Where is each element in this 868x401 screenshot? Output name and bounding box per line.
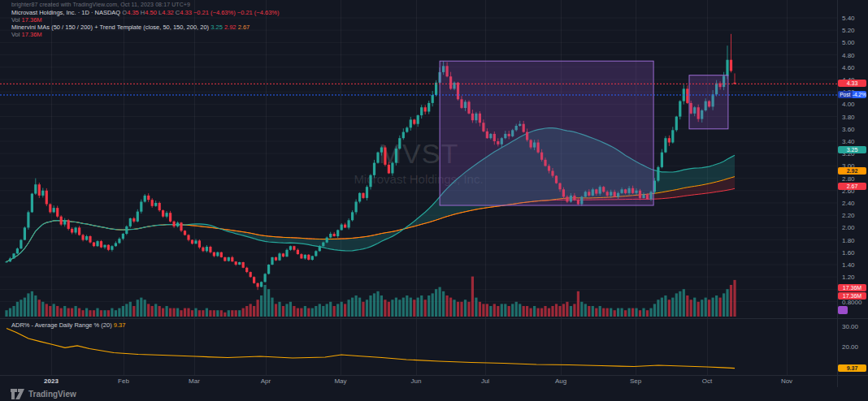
price-tick-label: 1.20 — [842, 274, 855, 281]
price-tick-label: 3.60 — [842, 126, 855, 133]
price-tick-label: 2.20 — [842, 212, 855, 219]
price-tick-label: 4.60 — [842, 64, 855, 71]
tradingview-logo-text: TradingView — [28, 390, 76, 399]
price-tick-label: 2.80 — [842, 175, 855, 183]
price-chart-canvas[interactable] — [0, 0, 868, 401]
price-tick-label: 1.40 — [842, 261, 855, 269]
axis-value-badge: 17.36M — [838, 292, 866, 300]
adr-line — [7, 329, 735, 369]
symbol-title[interactable]: Microvast Holdings, Inc. · 1D · NASDAQ — [11, 9, 120, 16]
price-tick-label: 2.40 — [842, 200, 855, 207]
price-tick-label: 1.80 — [842, 237, 855, 244]
price-tick-label: 1.60 — [842, 249, 855, 257]
time-tick-label: Mar — [189, 377, 200, 385]
price-tick-label: 5.00 — [842, 39, 855, 46]
time-tick-label: Jul — [481, 377, 489, 385]
chart-legend: Microvast Holdings, Inc. · 1D · NASDAQ O… — [11, 9, 279, 38]
symbol-legend-row[interactable]: Microvast Holdings, Inc. · 1D · NASDAQ O… — [11, 9, 279, 16]
change-value: −0.21 (−4.63%) — [193, 9, 236, 16]
axis-value-badge: 3.25 — [838, 146, 866, 153]
drawing-rectangle[interactable] — [689, 75, 728, 129]
close-value: 4.33 — [180, 9, 192, 16]
axis-value-badge: 9.37 — [838, 364, 866, 372]
time-tick-label: Jun — [411, 377, 422, 385]
axis-value-badge: 2.67 — [838, 183, 866, 190]
ma50-value: 3.25 — [210, 24, 223, 31]
time-axis-separator — [0, 375, 868, 376]
volume-legend-row[interactable]: Vol 17.36M — [11, 16, 279, 24]
ma200-value: 2.67 — [238, 24, 250, 31]
volume-value: 17.36M — [22, 16, 42, 24]
time-tick-label: Feb — [118, 377, 129, 385]
time-tick-label: Sep — [630, 377, 641, 385]
price-tick-label: 4.00 — [842, 101, 855, 108]
post-market-label: Post — [838, 91, 853, 98]
price-tick-label: 5.20 — [842, 27, 855, 34]
tradingview-chart-window: brighter87 created with TradingView.com,… — [0, 0, 868, 401]
tradingview-logo[interactable]: TradingView — [11, 389, 76, 399]
minervini-indicator-row[interactable]: Minervini MAs (50 / 150 / 200) + Trend T… — [11, 24, 279, 31]
post-market-badge: Post-4.2% — [838, 91, 866, 98]
open-value: 4.35 — [127, 9, 139, 16]
price-axis-separator — [837, 0, 838, 387]
drawing-rectangle[interactable] — [440, 61, 653, 205]
time-tick-label: Oct — [702, 377, 712, 385]
tradingview-logo-icon — [11, 389, 24, 399]
price-tick-label: 4.80 — [842, 52, 855, 59]
indicator-title[interactable]: Minervini MAs (50 / 150 / 200) + Trend T… — [11, 24, 209, 31]
price-tick-label: 3.80 — [842, 114, 855, 121]
time-tick-label: Aug — [555, 377, 566, 385]
volume-legend-row-2[interactable]: Vol 17.36M — [11, 31, 279, 38]
price-tick-label: 0.8000 — [842, 299, 861, 306]
volume-label: Vol — [11, 16, 20, 24]
ma150-value: 2.92 — [224, 24, 237, 31]
adr-tick-label: 20.00 — [842, 343, 858, 351]
high-value: 4.50 — [145, 9, 157, 16]
time-tick-label: May — [334, 377, 346, 385]
axis-value-badge: 2.92 — [838, 167, 866, 175]
axis-value-badge: 17.36M — [838, 284, 866, 291]
adr-indicator-row[interactable]: ADR% - Average Daily Range % (20) 9.37 — [11, 321, 125, 329]
price-tick-label: 5.40 — [842, 15, 855, 22]
time-tick-label: Nov — [781, 377, 792, 385]
price-tick-label: 3.40 — [842, 138, 855, 145]
adr-value: 9.37 — [114, 321, 126, 329]
price-tick-label: 2.00 — [842, 224, 855, 231]
post-market-change: -4.2% — [853, 91, 867, 98]
adr-tick-label: 30.00 — [842, 323, 858, 330]
axis-value-badge: 4.33 — [838, 80, 866, 87]
low-value: 4.32 — [162, 9, 174, 16]
axis-alert-marker[interactable] — [838, 306, 848, 314]
pane-separator[interactable] — [0, 318, 868, 319]
adr-title[interactable]: ADR% - Average Daily Range % (20) — [11, 321, 112, 329]
volume-label-2: Vol — [11, 31, 20, 38]
time-tick-label: Apr — [261, 377, 271, 385]
time-tick-label: 2023 — [44, 377, 59, 385]
extended-change-value: −0.21 (−4.63%) — [237, 9, 280, 16]
volume-value-2: 17.36M — [22, 31, 42, 38]
